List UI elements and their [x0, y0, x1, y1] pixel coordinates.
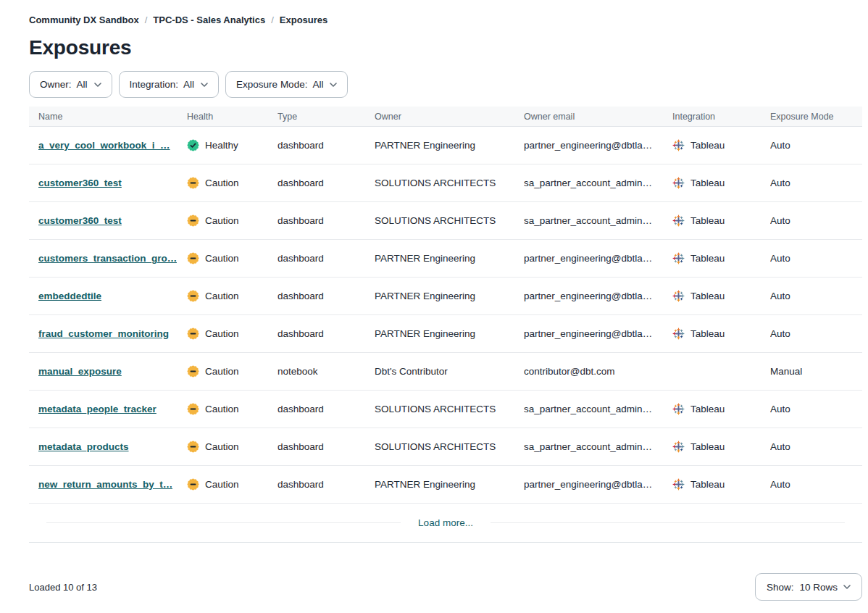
- type-cell: dashboard: [277, 441, 375, 452]
- healthy-icon: [187, 139, 199, 151]
- caution-icon: [187, 441, 199, 453]
- column-header-integration: Integration: [672, 112, 770, 122]
- load-more-link[interactable]: Load more...: [418, 517, 473, 528]
- type-cell: dashboard: [277, 328, 375, 339]
- integration-cell: Tableau: [672, 139, 770, 151]
- owner-email-cell: sa_partner_account_admin…: [524, 441, 672, 452]
- breadcrumb-item-environment[interactable]: TPC-DS - Sales Analytics: [153, 14, 265, 25]
- integration-cell: Tableau: [672, 290, 770, 302]
- integration-cell: Tableau: [672, 328, 770, 340]
- table-row: fraud_customer_monitoring: [29, 315, 862, 353]
- exposures-table: Name Health Type Owner Owner email Integ…: [29, 107, 862, 543]
- show-value: 10 Rows: [799, 582, 838, 593]
- breadcrumb-separator: /: [145, 14, 148, 25]
- owner-filter-dropdown[interactable]: Owner: All: [29, 71, 112, 98]
- table-row: embeddedtile Caution: [29, 278, 862, 315]
- divider-line: [491, 522, 845, 523]
- health-label: Caution: [205, 366, 239, 377]
- exposure-mode-cell: Auto: [770, 404, 862, 414]
- integration-label: Tableau: [690, 328, 725, 339]
- owner-cell: PARTNER Engineering: [375, 140, 524, 151]
- table-row: customer360_test Caut: [29, 202, 862, 240]
- tableau-icon: [672, 328, 685, 340]
- column-header-name: Name: [38, 112, 187, 122]
- owner-email-cell: partner_engineering@dbtla…: [524, 253, 672, 264]
- column-header-type: Type: [277, 112, 375, 122]
- health-label: Caution: [205, 441, 239, 452]
- filter-label: Owner:: [40, 79, 72, 90]
- exposure-mode-cell: Auto: [770, 215, 862, 226]
- tableau-icon: [672, 290, 685, 302]
- owner-cell: SOLUTIONS ARCHITECTS: [375, 178, 524, 188]
- integration-cell: Tableau: [672, 478, 770, 491]
- owner-cell: SOLUTIONS ARCHITECTS: [375, 404, 524, 414]
- exposure-mode-cell: Auto: [770, 253, 862, 264]
- type-cell: dashboard: [277, 404, 375, 414]
- filter-label: Exposure Mode:: [236, 79, 307, 90]
- exposure-name-link[interactable]: customers_transaction_gro…: [38, 253, 177, 264]
- exposure-name-link[interactable]: embeddedtile: [38, 291, 101, 301]
- exposure-mode-cell: Auto: [770, 140, 862, 151]
- integration-cell: Tableau: [672, 177, 770, 189]
- owner-cell: SOLUTIONS ARCHITECTS: [375, 441, 524, 452]
- chevron-down-icon: [199, 83, 208, 87]
- owner-email-cell: sa_partner_account_admin…: [524, 215, 672, 226]
- type-cell: dashboard: [277, 178, 375, 188]
- table-row: manual_exposure Cauti: [29, 353, 862, 391]
- type-cell: dashboard: [277, 479, 375, 490]
- breadcrumb-item-project[interactable]: Community DX Sandbox: [29, 14, 139, 25]
- integration-cell: Tableau: [672, 252, 770, 264]
- exposure-mode-cell: Auto: [770, 328, 862, 339]
- caution-icon: [187, 214, 199, 227]
- exposure-name-link[interactable]: metadata_people_tracker: [38, 404, 157, 414]
- chevron-down-icon: [328, 83, 337, 87]
- tableau-icon: [672, 403, 685, 415]
- filter-value: All: [183, 79, 194, 90]
- exposure-name-link[interactable]: customer360_test: [38, 215, 122, 226]
- type-cell: dashboard: [277, 253, 375, 264]
- owner-email-cell: partner_engineering@dbtla…: [524, 140, 672, 151]
- exposure-name-link[interactable]: customer360_test: [38, 178, 122, 188]
- exposure-mode-cell: Auto: [770, 178, 862, 188]
- integration-cell: Tableau: [672, 214, 770, 227]
- integration-label: Tableau: [690, 178, 725, 188]
- integration-label: Tableau: [690, 291, 725, 301]
- owner-cell: PARTNER Engineering: [375, 291, 524, 301]
- tableau-icon: [672, 139, 685, 151]
- filter-label: Integration:: [130, 79, 179, 90]
- owner-email-cell: sa_partner_account_admin…: [524, 404, 672, 414]
- column-header-owner: Owner: [375, 112, 524, 122]
- integration-cell: Tableau: [672, 441, 770, 453]
- health-label: Caution: [205, 291, 239, 301]
- integration-cell: Tableau: [672, 403, 770, 415]
- page-title: Exposures: [29, 36, 839, 59]
- chevron-down-icon: [93, 83, 101, 87]
- table-row: metadata_people_tracker: [29, 391, 862, 428]
- exposure-name-link[interactable]: new_return_amounts_by_t…: [38, 479, 172, 490]
- exposure-mode-cell: Auto: [770, 291, 862, 301]
- owner-email-cell: sa_partner_account_admin…: [524, 178, 672, 188]
- tableau-icon: [672, 177, 685, 189]
- exposure-name-link[interactable]: metadata_products: [38, 441, 129, 452]
- rows-per-page-dropdown[interactable]: Show: 10 Rows: [755, 573, 862, 601]
- integration-filter-dropdown[interactable]: Integration: All: [119, 71, 220, 98]
- caution-icon: [187, 403, 199, 415]
- type-cell: notebook: [277, 366, 375, 377]
- type-cell: dashboard: [277, 291, 375, 301]
- table-body: a_very_cool_workbook_i_…: [29, 127, 862, 504]
- exposure-name-link[interactable]: a_very_cool_workbook_i_…: [38, 140, 170, 151]
- health-label: Caution: [205, 253, 239, 264]
- caution-icon: [187, 290, 199, 302]
- exposure-name-link[interactable]: fraud_customer_monitoring: [38, 328, 169, 339]
- pagination-footer: Loaded 10 of 13 Show: 10 Rows: [29, 573, 862, 601]
- table-header-row: Name Health Type Owner Owner email Integ…: [29, 107, 862, 127]
- caution-icon: [187, 365, 199, 378]
- integration-label: Tableau: [690, 479, 725, 490]
- health-label: Caution: [205, 178, 239, 188]
- owner-cell: PARTNER Engineering: [375, 328, 524, 339]
- exposure-mode-cell: Auto: [770, 441, 862, 452]
- exposure-mode-filter-dropdown[interactable]: Exposure Mode: All: [225, 71, 348, 98]
- divider-line: [46, 522, 401, 523]
- exposure-name-link[interactable]: manual_exposure: [38, 366, 122, 377]
- table-row: new_return_amounts_by_t…: [29, 466, 862, 504]
